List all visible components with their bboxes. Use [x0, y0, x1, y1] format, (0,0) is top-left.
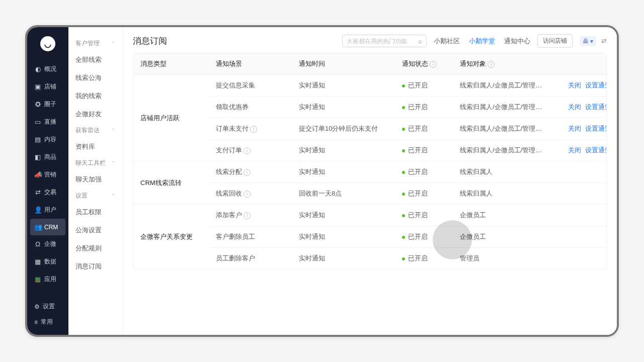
cell-time: 实时通知 [292, 226, 395, 248]
nav-直播[interactable]: ▭直播 [27, 113, 68, 131]
nav-营销[interactable]: 📣营销 [27, 166, 68, 184]
subnav-分配规则[interactable]: 分配规则 [68, 239, 122, 257]
cell-ops: 关闭设置通知对象 [553, 118, 607, 140]
cell-target: 线索归属人/企微员工/管理… [453, 97, 553, 118]
swap-icon[interactable]: ⇄ [601, 37, 607, 45]
nav-企微[interactable]: Ω企微 [27, 235, 68, 253]
info-icon[interactable]: i [430, 61, 437, 68]
subnav-聊天加强[interactable]: 聊天加强 [68, 170, 122, 189]
link-notice[interactable]: 通知中心 [504, 37, 530, 46]
app-logo-icon: ◡ [40, 36, 55, 51]
info-icon[interactable]: i [244, 147, 251, 154]
nav-圈子[interactable]: ✪圈子 [27, 96, 68, 113]
nav-label: 商品 [44, 153, 56, 161]
cell-scene: 支付订单i [209, 140, 292, 161]
table-row: 店铺用户活跃提交信息采集实时通知已开启线索归属人/企微员工/管理…关闭设置通知对… [133, 75, 607, 97]
search-box[interactable]: ⌕ [342, 35, 427, 47]
cell-target: 线索归属人/企微员工/管理… [453, 118, 553, 140]
nav-交易[interactable]: ⇄交易 [27, 184, 68, 201]
cell-ops: 关闭 [553, 161, 607, 183]
cell-ops: 关闭 [553, 248, 607, 269]
cell-status: 已开启 [395, 226, 453, 248]
cell-time: 提交订单10分钟后仍未支付 [292, 118, 395, 140]
cell-target: 线索归属人 [453, 183, 553, 205]
nav-商品[interactable]: ◧商品 [27, 148, 68, 166]
link-community[interactable]: 小鹅社区 [434, 37, 460, 46]
status-dot-icon [402, 257, 405, 260]
subnav-全部线索[interactable]: 全部线索 [68, 51, 122, 69]
cell-target: 企微员工 [453, 205, 553, 226]
subnav-资料库[interactable]: 资料库 [68, 138, 122, 156]
app: ◡ ◐概况▣店铺✪圈子▭直播▤内容◧商品📣营销⇄交易👤用户👥CRMΩ企微▦数据▦… [27, 27, 617, 335]
group-label: 客户管理 [75, 39, 100, 48]
info-icon[interactable]: i [250, 126, 257, 133]
nav-label: 直播 [44, 118, 56, 126]
cell-status: 已开启 [395, 97, 453, 118]
content: 消息类型 通知场景 通知时间 通知状态i 通知对象i 操作 店铺 [123, 53, 617, 335]
action-设置通知对象[interactable]: 设置通知对象 [585, 81, 607, 90]
group-聊天工具栏[interactable]: 聊天工具栏⌃ [68, 156, 122, 170]
action-关闭[interactable]: 关闭 [568, 124, 581, 133]
print-icon[interactable]: 🖶 ▾ [580, 36, 596, 46]
search-icon[interactable]: ⌕ [418, 37, 422, 45]
nav-icon: ▦ [34, 258, 41, 265]
nav-label: 交易 [44, 188, 56, 197]
cell-status: 已开启 [395, 183, 453, 205]
th-status: 通知状态i [395, 53, 453, 75]
group-客户管理[interactable]: 客户管理⌃ [68, 36, 122, 51]
main: 消息订阅 ⌕ 小鹅社区 小鹅学堂 通知中心 访问店铺 🖶 ▾ ⇄ [123, 27, 617, 335]
nav-内容[interactable]: ▤内容 [27, 131, 68, 148]
nav-应用[interactable]: ▦应用 [27, 270, 68, 288]
th-type: 消息类型 [133, 53, 209, 75]
action-关闭[interactable]: 关闭 [568, 146, 581, 155]
subnav-公海设置[interactable]: 公海设置 [68, 221, 122, 239]
action-设置通知对象[interactable]: 设置通知对象 [585, 103, 607, 112]
chevron-up-icon: ⌃ [111, 41, 115, 46]
info-icon[interactable]: i [244, 191, 251, 198]
nav-bottom-设置[interactable]: ⚙设置 [27, 299, 68, 314]
cell-scene: 领取优惠券 [209, 97, 292, 118]
visit-store-button[interactable]: 访问店铺 [537, 34, 573, 48]
subnav-线索公海[interactable]: 线索公海 [68, 69, 122, 87]
action-设置通知对象[interactable]: 设置通知对象 [585, 146, 607, 155]
subnav-消息订阅[interactable]: 消息订阅 [68, 257, 122, 276]
nav-label: 圈子 [44, 100, 56, 109]
cell-ops: 关闭设置通知对象 [553, 97, 607, 118]
nav-icon: ◐ [34, 65, 41, 73]
status-dot-icon [402, 128, 405, 131]
nav-bottom-常用[interactable]: ≡常用 [27, 314, 68, 330]
cell-type: 店铺用户活跃 [133, 75, 209, 161]
table-panel: 消息类型 通知场景 通知时间 通知状态i 通知对象i 操作 店铺 [133, 53, 607, 269]
subnav-企微好友[interactable]: 企微好友 [68, 105, 122, 123]
nav-店铺[interactable]: ▣店铺 [27, 78, 68, 96]
group-获客雷达[interactable]: 获客雷达⌃ [68, 123, 122, 138]
action-设置通知对象[interactable]: 设置通知对象 [585, 124, 607, 133]
subnav-员工权限[interactable]: 员工权限 [68, 203, 122, 221]
info-icon[interactable]: i [488, 61, 495, 68]
subnav-我的线索[interactable]: 我的线索 [68, 87, 122, 105]
nav-概况[interactable]: ◐概况 [27, 60, 68, 78]
action-关闭[interactable]: 关闭 [568, 81, 581, 90]
info-icon[interactable]: i [244, 169, 251, 176]
search-input[interactable] [347, 38, 418, 45]
nav-icon: ⚙ [34, 303, 40, 310]
nav-icon: ◧ [34, 153, 41, 161]
nav-label: 企微 [44, 240, 56, 248]
status-dot-icon [402, 171, 405, 174]
th-time: 通知时间 [292, 53, 395, 75]
link-school[interactable]: 小鹅学堂 [469, 37, 495, 46]
cell-ops: 关闭设置通知对象 [553, 75, 607, 97]
info-icon[interactable]: i [244, 212, 251, 219]
cell-status: 已开启 [395, 248, 453, 269]
status-dot-icon [402, 236, 405, 239]
nav-数据[interactable]: ▦数据 [27, 253, 68, 270]
action-关闭[interactable]: 关闭 [568, 103, 581, 112]
group-设置[interactable]: 设置⌃ [68, 189, 122, 203]
nav-CRM[interactable]: 👥CRM [30, 219, 65, 235]
cell-scene: 线索回收i [209, 183, 292, 205]
nav-用户[interactable]: 👤用户 [27, 201, 68, 219]
sidebar-primary: ◡ ◐概况▣店铺✪圈子▭直播▤内容◧商品📣营销⇄交易👤用户👥CRMΩ企微▦数据▦… [27, 27, 68, 335]
nav-icon: ▦ [34, 276, 41, 283]
nav-label: 数据 [44, 257, 56, 266]
cell-status: 已开启 [395, 75, 453, 97]
